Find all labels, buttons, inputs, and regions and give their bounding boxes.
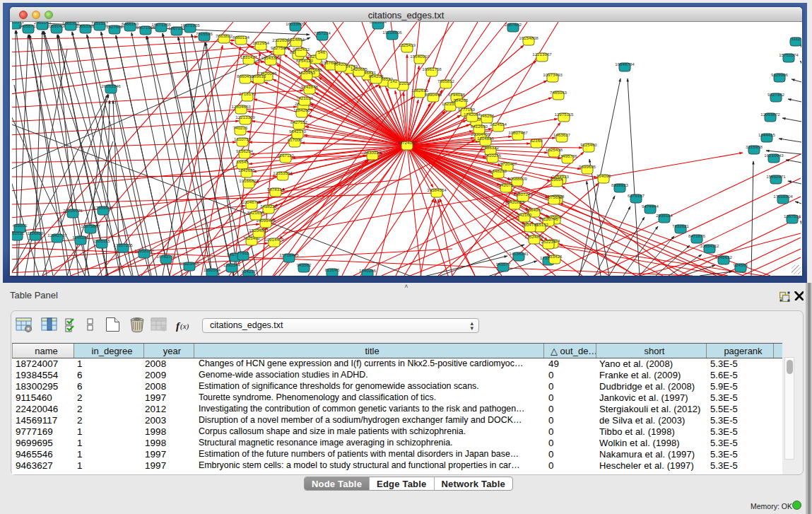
svg-text:13495786: 13495786 [558, 153, 577, 158]
svg-text:1620453: 1620453 [298, 70, 316, 75]
svg-text:3498222: 3498222 [260, 204, 278, 209]
svg-text:8990448: 8990448 [425, 92, 442, 97]
svg-text:15716485: 15716485 [279, 252, 299, 257]
svg-text:15204867: 15204867 [249, 228, 269, 233]
svg-text:1042685: 1042685 [238, 168, 256, 173]
svg-text:1610755: 1610755 [234, 136, 252, 141]
svg-text:16961758: 16961758 [422, 66, 442, 71]
svg-text:8813054: 8813054 [370, 22, 387, 24]
svg-text:764201: 764201 [334, 62, 348, 66]
svg-text:7955812: 7955812 [437, 78, 455, 83]
svg-text:6794028: 6794028 [448, 92, 466, 97]
svg-text:9699695: 9699695 [579, 164, 596, 169]
svg-text:8754120: 8754120 [296, 58, 314, 63]
svg-text:7357224: 7357224 [314, 30, 331, 35]
svg-text:2087682: 2087682 [505, 22, 522, 27]
svg-text:812045: 812045 [325, 267, 340, 272]
svg-text:164095: 164095 [596, 173, 611, 178]
svg-text:1156829: 1156829 [27, 230, 44, 235]
svg-text:252214: 252214 [541, 239, 556, 244]
svg-text:1648203: 1648203 [490, 168, 507, 173]
svg-text:1025438: 1025438 [546, 147, 563, 152]
svg-text:1204865: 1204865 [477, 136, 495, 141]
svg-text:19166827: 19166827 [239, 178, 259, 183]
svg-text:9642170: 9642170 [289, 129, 307, 134]
svg-text:933426: 933426 [548, 254, 563, 259]
svg-text:16648784: 16648784 [615, 62, 635, 66]
svg-text:924561: 924561 [734, 262, 748, 267]
svg-text:1527602: 1527602 [106, 24, 124, 29]
svg-text:10807487: 10807487 [508, 130, 528, 135]
svg-text:15640910: 15640910 [410, 54, 430, 59]
svg-text:7485063: 7485063 [550, 90, 567, 95]
svg-text:(x): (x) [180, 322, 189, 331]
svg-text:77911: 77911 [237, 250, 249, 255]
svg-text:10973493: 10973493 [543, 72, 563, 77]
svg-text:904217: 904217 [242, 269, 257, 274]
svg-text:12942737: 12942737 [47, 233, 67, 238]
svg-text:16154808: 16154808 [519, 35, 539, 40]
svg-text:10914479: 10914479 [264, 237, 284, 242]
svg-text:9227342: 9227342 [767, 92, 785, 97]
svg-text:20206576: 20206576 [63, 208, 83, 213]
svg-text:12213967: 12213967 [532, 52, 552, 57]
svg-text:17357255: 17357255 [113, 243, 133, 247]
svg-text:1184265: 1184265 [293, 107, 310, 112]
svg-text:1075692: 1075692 [546, 194, 563, 199]
svg-text:984265: 984265 [454, 98, 469, 103]
svg-text:14136141: 14136141 [509, 251, 529, 256]
svg-text:10975867: 10975867 [81, 223, 100, 228]
svg-text:2830028: 2830028 [364, 150, 382, 155]
svg-text:746266: 746266 [480, 113, 495, 118]
svg-text:19384554: 19384554 [427, 187, 447, 192]
svg-text:3267110: 3267110 [277, 153, 294, 158]
svg-text:3624554: 3624554 [490, 122, 507, 127]
svg-text:8660459: 8660459 [237, 74, 254, 78]
svg-text:19654: 19654 [551, 177, 563, 182]
svg-text:1244415: 1244415 [758, 132, 776, 137]
svg-text:1145194: 1145194 [72, 235, 89, 240]
svg-text:10046788: 10046788 [242, 199, 261, 204]
svg-text:15692971: 15692971 [766, 174, 786, 179]
svg-text:1531427: 1531427 [240, 54, 258, 59]
svg-text:1742064: 1742064 [464, 112, 481, 117]
svg-text:7410256: 7410256 [484, 153, 502, 158]
svg-text:942075: 942075 [499, 182, 514, 187]
svg-text:1463627: 1463627 [553, 132, 571, 137]
svg-text:16782759: 16782759 [156, 254, 176, 259]
svg-text:6379197: 6379197 [628, 193, 645, 198]
svg-text:546: 546 [318, 49, 326, 54]
svg-text:943577: 943577 [496, 262, 511, 267]
svg-text:1112: 1112 [792, 36, 801, 41]
svg-text:1204785: 1204785 [522, 222, 539, 227]
svg-text:17359938: 17359938 [93, 205, 113, 210]
svg-text:19218506: 19218506 [382, 30, 402, 35]
svg-text:18724007: 18724007 [397, 140, 417, 145]
svg-text:391511: 391511 [12, 230, 25, 235]
svg-text:12975115: 12975115 [554, 112, 574, 117]
svg-text:2935114: 2935114 [656, 213, 673, 218]
svg-text:9156204: 9156204 [236, 148, 254, 153]
svg-text:435001: 435001 [13, 223, 28, 228]
svg-text:9327505: 9327505 [271, 45, 288, 50]
svg-text:16671355: 16671355 [180, 23, 200, 28]
svg-text:2505115: 2505115 [93, 238, 110, 243]
svg-text:3215958: 3215958 [746, 144, 763, 149]
svg-text:9852412: 9852412 [293, 47, 310, 52]
svg-text:10958167: 10958167 [134, 248, 154, 253]
svg-text:10654112: 10654112 [700, 243, 719, 248]
svg-text:16420853: 16420853 [505, 199, 524, 204]
svg-text:17016504: 17016504 [773, 194, 793, 199]
svg-text:7663822: 7663822 [216, 33, 233, 38]
svg-text:740216: 740216 [233, 125, 248, 130]
svg-text:1292344: 1292344 [223, 262, 241, 267]
svg-text:9129906: 9129906 [771, 72, 789, 77]
svg-text:1420685: 1420685 [351, 66, 368, 71]
svg-text:62160: 62160 [530, 138, 543, 143]
svg-text:16545: 16545 [236, 159, 249, 164]
svg-text:8471676: 8471676 [688, 233, 706, 238]
svg-text:12093872: 12093872 [760, 112, 780, 117]
svg-text:26053346: 26053346 [101, 83, 121, 88]
svg-text:16033809: 16033809 [286, 22, 305, 26]
svg-text:7632621: 7632621 [672, 223, 690, 228]
